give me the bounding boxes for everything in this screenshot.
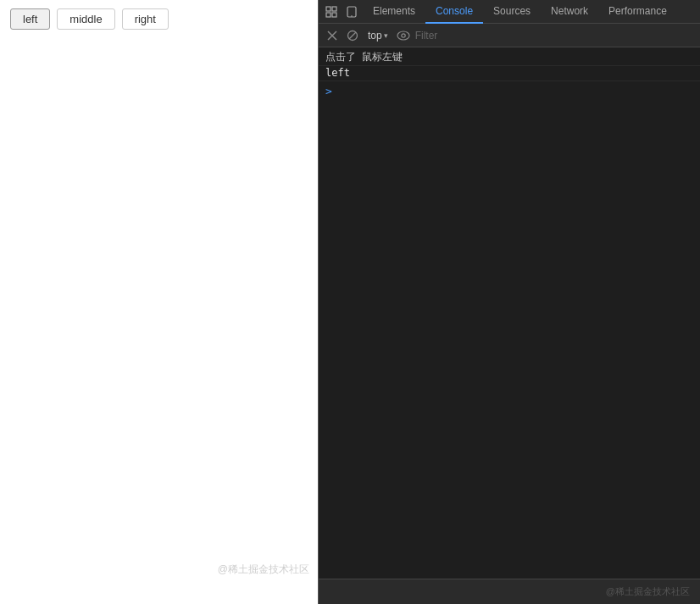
console-output: 点击了 鼠标左键 left > xyxy=(319,47,700,579)
console-prompt[interactable]: > xyxy=(319,81,700,101)
svg-point-11 xyxy=(401,33,404,36)
left-button[interactable]: left xyxy=(10,8,50,30)
top-label: top xyxy=(368,30,382,42)
tab-console[interactable]: Console xyxy=(425,0,483,24)
devtools-toolbar2: top ▾ xyxy=(319,24,700,47)
svg-rect-0 xyxy=(326,7,331,11)
inspect-icon[interactable] xyxy=(322,3,341,21)
eye-icon[interactable] xyxy=(395,27,412,44)
right-button[interactable]: right xyxy=(122,8,169,30)
devtools-tab-bar: Elements Console Sources Network Perform… xyxy=(319,0,700,24)
watermark: @稀土掘金技术社区 xyxy=(218,562,309,577)
console-line: 点击了 鼠标左键 xyxy=(319,49,700,66)
block-icon[interactable] xyxy=(344,27,361,44)
console-text: 点击了 鼠标左键 xyxy=(325,50,403,64)
tab-performance[interactable]: Performance xyxy=(598,0,677,24)
button-row: left middle right xyxy=(0,0,318,38)
clear-console-icon[interactable] xyxy=(324,27,341,44)
svg-point-5 xyxy=(351,15,353,17)
tab-elements[interactable]: Elements xyxy=(363,0,425,24)
devtools-panel: Elements Console Sources Network Perform… xyxy=(318,0,700,604)
middle-button[interactable]: middle xyxy=(57,8,114,30)
dropdown-arrow-icon: ▾ xyxy=(384,31,388,40)
mobile-icon[interactable] xyxy=(342,3,361,21)
console-line: left xyxy=(319,66,700,81)
svg-point-10 xyxy=(397,31,409,40)
prompt-arrow-icon: > xyxy=(325,85,332,97)
tab-network[interactable]: Network xyxy=(541,0,598,24)
svg-line-9 xyxy=(349,32,356,39)
svg-rect-3 xyxy=(332,13,336,17)
devtools-bottom-bar: @稀土掘金技术社区 xyxy=(319,579,700,604)
svg-rect-1 xyxy=(332,7,336,11)
tab-sources[interactable]: Sources xyxy=(483,0,541,24)
devtools-watermark: @稀土掘金技术社区 xyxy=(606,585,690,598)
top-dropdown[interactable]: top ▾ xyxy=(364,28,392,43)
console-text: left xyxy=(325,67,350,79)
filter-input[interactable] xyxy=(415,30,695,42)
left-panel: left middle right @稀土掘金技术社区 xyxy=(0,0,318,604)
svg-rect-2 xyxy=(326,13,331,17)
